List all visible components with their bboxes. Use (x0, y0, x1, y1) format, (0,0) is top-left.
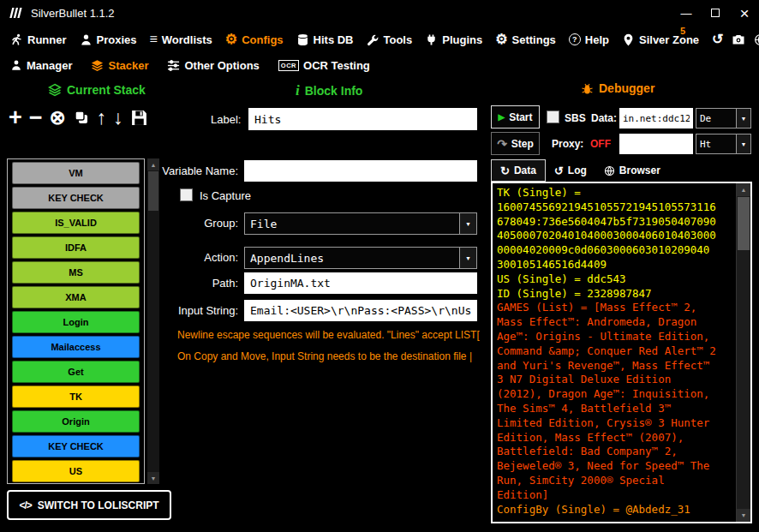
switch-to-loliscript-button[interactable]: </> SWITCH TO LOLISCRIPT (7, 490, 171, 520)
sbs-checkbox[interactable] (547, 111, 559, 123)
menu-proxies[interactable]: Proxies (80, 33, 137, 46)
menu-tools[interactable]: Tools (367, 33, 413, 46)
move-down-button[interactable]: ↓ (113, 108, 123, 128)
log-line: 4050007020401040003000406010403000 (497, 229, 732, 243)
stack-block[interactable]: MS (12, 261, 140, 284)
debugger-tabs: ↻ Data ↺ Log Browser (491, 159, 669, 182)
log-line: Limited Edition, Crysis® 3 Hunter (497, 416, 732, 431)
titlebar: SilverBullet 1.1.2 — × (0, 0, 759, 26)
debug-data-input[interactable] (619, 108, 693, 129)
tab-log[interactable]: ↺ Log (546, 159, 595, 182)
log-line: The Sims™ 4, Battlefield 3™ (497, 402, 732, 416)
refresh-icon: ↻ (500, 164, 510, 177)
proxy-type-select[interactable]: Ht ▼ (696, 134, 751, 154)
block-info-title: Block Info (305, 84, 363, 98)
list-icon: ≡ (149, 33, 157, 46)
chevron-down-icon[interactable]: ▼ (736, 109, 750, 128)
close-button[interactable]: × (730, 0, 759, 26)
log-line: ConfigBy (Single) = @Abdedz_31 (497, 503, 732, 517)
web-button[interactable] (754, 33, 759, 46)
quick-icons: ↺ (712, 32, 759, 47)
maximize-icon (711, 9, 720, 17)
save-stack-button[interactable] (130, 109, 148, 127)
log-line: Age™: Origins - Ultimate Edition, (497, 330, 732, 344)
menu-configs[interactable]: ⚙ Configs (225, 33, 284, 46)
submenu-stacker-label: Stacker (108, 59, 148, 72)
remove-block-button[interactable]: − (29, 106, 43, 129)
scroll-down-icon[interactable]: ▼ (737, 509, 750, 522)
action-caption: Action: (195, 251, 238, 264)
stack-block[interactable]: Origin (12, 410, 140, 433)
log-line: ID (Single) = 2328987847 (497, 287, 732, 302)
menu-silver-zone[interactable]: Silver Zone 5 (622, 33, 699, 46)
clone-block-button[interactable] (73, 109, 90, 126)
menu-wordlists-label: Wordlists (162, 33, 212, 46)
submenu-stacker[interactable]: Stacker (91, 59, 148, 72)
menu-settings[interactable]: ⚙ Settings (495, 33, 556, 46)
chevron-down-icon[interactable]: ▼ (459, 213, 476, 234)
stack-block-list: VM KEY CHECK IS_VALID IDFA MS XMA Login … (7, 158, 145, 484)
proxy-status-badge[interactable]: OFF (590, 138, 611, 150)
menu-wordlists[interactable]: ≡ Wordlists (149, 33, 212, 46)
submenu-manager[interactable]: Manager (10, 59, 72, 72)
is-capture-checkbox[interactable] (180, 188, 193, 201)
log-line: Run, SimCity 2000® Special (497, 474, 732, 488)
proxy-input[interactable] (619, 134, 693, 154)
path-caption: Path: (195, 277, 238, 290)
stack-block[interactable]: Get (12, 361, 140, 383)
screenshot-button[interactable] (732, 33, 745, 45)
submenu-other-options[interactable]: Other Options (167, 59, 259, 72)
stack-block[interactable]: Mailaccess (12, 336, 140, 358)
stack-block[interactable]: US (12, 460, 140, 482)
person-icon (10, 59, 22, 71)
submenu-ocr-testing[interactable]: OCR OCR Testing (278, 59, 370, 72)
tab-data[interactable]: ↻ Data (491, 159, 546, 182)
stack-scrollbar-thumb[interactable] (148, 171, 158, 211)
maximize-button[interactable] (701, 0, 730, 26)
debugger-title: Debugger (599, 81, 654, 95)
stack-block[interactable]: IS_VALID (12, 212, 140, 234)
log-line: Battlefield: Bad Company™ 2, (497, 445, 732, 459)
stack-block[interactable]: XMA (12, 286, 140, 308)
step-button[interactable]: ↷ Step (491, 132, 540, 155)
action-select[interactable]: AppendLines ▼ (244, 247, 477, 269)
add-block-button[interactable]: + (9, 106, 22, 129)
label-input[interactable] (248, 108, 477, 130)
stack-block[interactable]: TK (12, 386, 140, 408)
minimize-icon: — (681, 7, 692, 20)
log-line: TK (Single) = (497, 186, 732, 200)
log-line: 1600745569219451055721945105573116 (497, 200, 732, 215)
menu-help[interactable]: ? Help (569, 33, 609, 46)
copy-move-hint-text: On Copy and Move, Input String needs to … (177, 350, 480, 362)
move-up-button[interactable]: ↑ (97, 108, 107, 128)
stack-block[interactable]: Login (12, 311, 140, 333)
stack-block[interactable]: KEY CHECK (12, 435, 140, 457)
menu-hits-db[interactable]: Hits DB (296, 33, 354, 46)
submenu-manager-label: Manager (27, 59, 72, 72)
history-button[interactable]: ↺ (712, 32, 723, 47)
menu-plugins[interactable]: Plugins (425, 33, 482, 46)
stack-block[interactable]: VM (12, 162, 140, 184)
log-scrollbar-thumb[interactable] (738, 197, 750, 250)
minimize-button[interactable]: — (672, 0, 701, 26)
chevron-down-icon[interactable]: ▼ (736, 134, 750, 153)
input-string-input[interactable] (244, 300, 477, 321)
data-type-select[interactable]: De ▼ (696, 108, 751, 129)
start-button[interactable]: ▶ Start (491, 105, 540, 129)
path-input[interactable] (244, 272, 477, 294)
scroll-up-icon[interactable]: ▲ (737, 183, 750, 196)
chevron-down-icon[interactable]: ▼ (459, 248, 476, 268)
group-select[interactable]: File ▼ (244, 212, 477, 235)
log-line: Command &amp; Conquer Red Alert™ 2 (497, 344, 732, 359)
stack-list-scrollbar[interactable]: ▲ ▼ (147, 158, 159, 484)
menu-runner[interactable]: Runner (10, 33, 67, 46)
clear-stack-button[interactable]: ⊗ (50, 108, 66, 128)
scroll-up-icon[interactable]: ▲ (147, 158, 159, 170)
scroll-down-icon[interactable]: ▼ (147, 472, 159, 484)
stack-block[interactable]: KEY CHECK (12, 187, 140, 209)
stack-block[interactable]: IDFA (12, 236, 140, 259)
debug-output-panel: TK (Single) = 16007455692194510557219451… (491, 182, 752, 523)
log-scrollbar[interactable]: ▲ ▼ (736, 183, 750, 522)
variable-name-input[interactable] (244, 160, 477, 182)
tab-browser[interactable]: Browser (595, 159, 669, 182)
